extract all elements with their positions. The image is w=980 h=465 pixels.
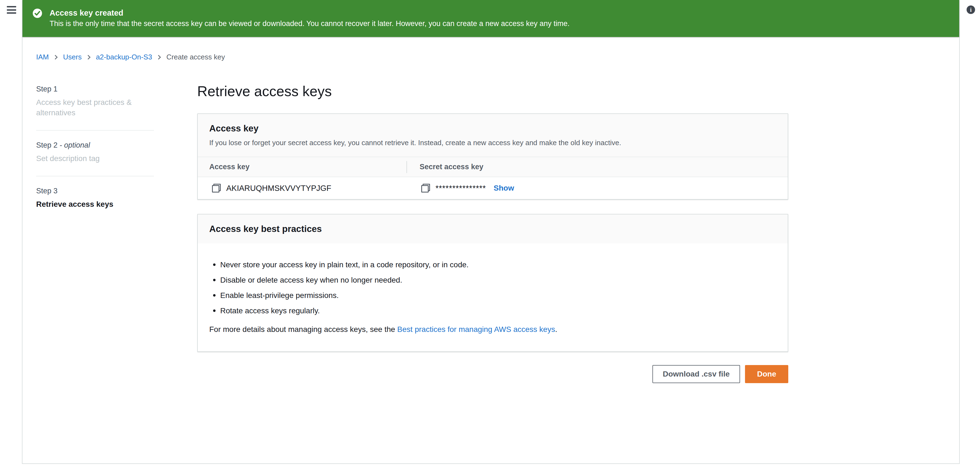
copy-access-key-icon[interactable] bbox=[212, 184, 221, 193]
access-key-value: AKIARUQHMSKVVYTYPJGF bbox=[226, 184, 331, 193]
best-practices-link[interactable]: Best practices for managing AWS access k… bbox=[397, 325, 555, 334]
breadcrumb-link-user[interactable]: a2-backup-On-S3 bbox=[96, 53, 152, 61]
key-table-header: Access key Secret access key bbox=[198, 157, 788, 177]
access-key-cell: AKIARUQHMSKVVYTYPJGF bbox=[198, 184, 407, 193]
success-flashbar: Access key created This is the only time… bbox=[22, 0, 959, 37]
flashbar-title: Access key created bbox=[49, 8, 570, 18]
best-practices-list: Never store your access key in plain tex… bbox=[209, 260, 776, 315]
step-3: Step 3 Retrieve access keys bbox=[36, 176, 154, 221]
breadcrumb-link-users[interactable]: Users bbox=[63, 53, 82, 61]
info-icon[interactable]: i bbox=[967, 5, 975, 14]
best-practices-card-header: Access key best practices bbox=[198, 215, 788, 244]
main-panel: Access key created This is the only time… bbox=[22, 0, 960, 464]
step-3-label: Step 3 bbox=[36, 187, 154, 195]
best-practices-card-body: Never store your access key in plain tex… bbox=[198, 244, 788, 351]
done-button[interactable]: Done bbox=[745, 365, 788, 383]
best-practice-item: Never store your access key in plain tex… bbox=[209, 260, 776, 269]
step-1-label: Step 1 bbox=[36, 85, 154, 93]
best-practices-card-title: Access key best practices bbox=[209, 224, 778, 234]
access-key-card-title: Access key bbox=[209, 123, 778, 134]
more-details-line: For more details about managing access k… bbox=[209, 325, 776, 334]
chevron-right-icon bbox=[86, 55, 91, 59]
copy-secret-key-icon[interactable] bbox=[421, 184, 430, 193]
best-practice-item: Enable least-privilege permissions. bbox=[209, 291, 776, 300]
download-csv-button[interactable]: Download .csv file bbox=[652, 365, 740, 383]
wizard-actions: Download .csv file Done bbox=[197, 365, 788, 383]
step-1-title: Access key best practices & alternatives bbox=[36, 97, 154, 118]
menu-bar bbox=[7, 12, 16, 14]
step-1: Step 1 Access key best practices & alter… bbox=[36, 83, 154, 130]
menu-icon[interactable] bbox=[7, 6, 16, 14]
best-practice-item: Rotate access keys regularly. bbox=[209, 306, 776, 315]
secret-key-masked: *************** bbox=[436, 184, 486, 193]
access-key-card-header: Access key If you lose or forget your se… bbox=[198, 114, 788, 157]
column-header-secret-access-key: Secret access key bbox=[407, 162, 484, 171]
show-secret-link[interactable]: Show bbox=[493, 184, 514, 193]
breadcrumb-link-iam[interactable]: IAM bbox=[36, 53, 49, 61]
access-key-card-description: If you lose or forget your secret access… bbox=[209, 138, 778, 147]
success-check-icon bbox=[32, 8, 43, 18]
step-2-title: Set description tag bbox=[36, 153, 154, 164]
step-2: Step 2 - optional Set description tag bbox=[36, 130, 154, 176]
menu-bar bbox=[7, 9, 16, 11]
breadcrumb: IAM Users a2-backup-On-S3 Create access … bbox=[36, 53, 959, 61]
step-2-label: Step 2 - optional bbox=[36, 141, 154, 150]
best-practices-card: Access key best practices Never store yo… bbox=[197, 214, 788, 352]
page-title: Retrieve access keys bbox=[197, 83, 788, 99]
secret-key-cell: *************** Show bbox=[407, 184, 514, 193]
steps-nav: Step 1 Access key best practices & alter… bbox=[36, 83, 154, 383]
breadcrumb-current: Create access key bbox=[166, 53, 225, 61]
key-table-row: AKIARUQHMSKVVYTYPJGF *************** Sho… bbox=[198, 177, 788, 199]
column-header-access-key: Access key bbox=[198, 162, 406, 171]
chevron-right-icon bbox=[156, 55, 161, 59]
chevron-right-icon bbox=[53, 55, 58, 59]
flashbar-message: This is the only time that the secret ac… bbox=[49, 18, 570, 29]
access-key-card: Access key If you lose or forget your se… bbox=[197, 113, 788, 200]
step-3-title: Retrieve access keys bbox=[36, 199, 154, 210]
menu-bar bbox=[7, 6, 16, 7]
best-practice-item: Disable or delete access key when no lon… bbox=[209, 276, 776, 285]
